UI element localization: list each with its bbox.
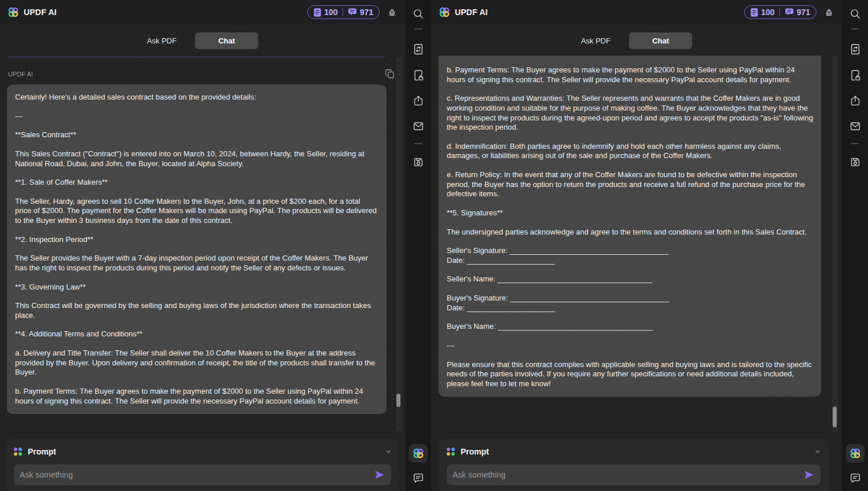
- share-icon[interactable]: [848, 94, 862, 108]
- chevron-down-icon[interactable]: [815, 446, 821, 457]
- email-icon[interactable]: [848, 119, 862, 133]
- ai-panel-left: UPDF AI 100 971: [0, 0, 405, 491]
- search-icon[interactable]: [848, 7, 862, 21]
- tab-ask-pdf[interactable]: Ask PDF: [147, 36, 176, 45]
- message-paragraph: ---: [15, 112, 378, 122]
- question-credit-icon: [348, 8, 357, 16]
- prompt-row[interactable]: Prompt: [447, 446, 821, 457]
- message-paragraph: Seller's Name: _________________________…: [447, 274, 813, 284]
- ai-message-bubble: Certainly! Here's a detailed sales contr…: [7, 85, 387, 414]
- accent-divider: [9, 57, 385, 57]
- message-paragraph: b. Payment Terms: The Buyer agrees to ma…: [15, 387, 378, 406]
- message-paragraph: a. Delivery and Title Transfer: The Sell…: [15, 349, 378, 378]
- search-icon[interactable]: [411, 7, 425, 21]
- ask-input[interactable]: [20, 470, 374, 479]
- ask-input[interactable]: [453, 470, 803, 479]
- credits-divider: [779, 8, 780, 16]
- page-credits: 100: [751, 8, 774, 17]
- page-credit-icon: [751, 8, 758, 17]
- prompt-grid-icon: [447, 448, 455, 456]
- save-icon[interactable]: [411, 155, 425, 169]
- prompt-input-row: [14, 464, 391, 485]
- message-paragraph: **5. Signatures**: [447, 208, 813, 218]
- question-credits-value: 971: [360, 8, 373, 17]
- chevron-down-icon[interactable]: [385, 446, 391, 457]
- scrollbar-thumb[interactable]: [833, 406, 837, 427]
- brush-icon[interactable]: [387, 7, 398, 18]
- tab-chat[interactable]: Chat: [195, 32, 258, 49]
- save-icon[interactable]: [848, 155, 862, 169]
- brand: UPDF AI: [439, 6, 488, 18]
- message-paragraph: The undersigned parties acknowledge and …: [447, 228, 813, 237]
- message-paragraph: The Seller, Hardy, agrees to sell 10 Cof…: [15, 197, 378, 226]
- tab-row: Ask PDF Chat: [431, 24, 842, 57]
- header-right: 100 971: [744, 5, 834, 19]
- prompt-card: Prompt: [6, 439, 399, 491]
- updf-ai-icon[interactable]: [846, 444, 865, 463]
- prompt-grid-icon: [14, 448, 22, 456]
- credits-divider: [343, 8, 343, 16]
- rail-bottom: [842, 444, 868, 485]
- convert-document-icon[interactable]: [411, 42, 425, 56]
- question-credits: 971: [348, 8, 373, 17]
- tab-chat[interactable]: Chat: [629, 32, 692, 49]
- rail-divider: [414, 143, 422, 144]
- email-icon[interactable]: [411, 119, 425, 133]
- secure-document-icon[interactable]: [848, 68, 862, 82]
- copy-response-button[interactable]: [384, 68, 396, 80]
- scrollbar-track[interactable]: [832, 56, 838, 431]
- updf-logo-icon: [439, 6, 450, 18]
- app-title: UPDF AI: [455, 8, 488, 17]
- message-paragraph: This Sales Contract ("Contract") is ente…: [15, 149, 378, 168]
- tab-ask-pdf[interactable]: Ask PDF: [581, 36, 610, 45]
- message-paragraph: Seller's Signature: ____________________…: [447, 246, 813, 265]
- message-paragraph: Please ensure that this contract complie…: [447, 360, 813, 389]
- page-credits-value: 100: [324, 8, 337, 17]
- comment-icon[interactable]: [848, 471, 862, 485]
- secure-document-icon[interactable]: [411, 68, 425, 82]
- message-paragraph: The Seller provides the Buyer with a 7-d…: [15, 254, 378, 273]
- message-paragraph: This Contract will be governed by the se…: [15, 301, 378, 320]
- credits-badge[interactable]: 100 971: [307, 5, 380, 19]
- message-paragraph: **Sales Contract**: [15, 130, 378, 140]
- send-button[interactable]: [374, 469, 385, 481]
- chat-scroll-area[interactable]: b. Payment Terms: The Buyer agrees to ma…: [431, 56, 842, 431]
- sender-row: UPDF AI: [0, 57, 405, 85]
- chat-scroll-area[interactable]: UPDF AI Certainly! Here's a detailed sal…: [0, 57, 405, 431]
- rail-bottom: [405, 444, 431, 485]
- credits-badge[interactable]: 100 971: [744, 5, 816, 19]
- question-credit-icon: [785, 8, 794, 16]
- message-paragraph: **3. Governing Law**: [15, 283, 378, 292]
- prompt-label: Prompt: [461, 447, 489, 456]
- message-paragraph: d. Indemnification: Both parties agree t…: [447, 142, 813, 161]
- scrollbar-track[interactable]: [396, 57, 402, 431]
- prompt-input-row: [447, 464, 821, 485]
- toolbar-rail-right: [842, 0, 868, 491]
- question-credits: 971: [785, 8, 810, 17]
- scrollbar-thumb[interactable]: [396, 394, 400, 407]
- message-paragraph: Buyer's Name: __________________________…: [447, 322, 813, 332]
- toolbar-rail-left: [405, 0, 431, 491]
- ai-panel-right: UPDF AI 100 971: [431, 0, 842, 491]
- updf-app: UPDF AI 100 971: [0, 0, 868, 491]
- comment-icon[interactable]: [411, 471, 425, 485]
- convert-document-icon[interactable]: [848, 42, 862, 56]
- send-button[interactable]: [803, 469, 815, 481]
- updf-ai-icon[interactable]: [409, 444, 428, 463]
- tab-row: Ask PDF Chat: [0, 24, 405, 57]
- page-credits-value: 100: [761, 8, 774, 17]
- message-paragraph: Certainly! Here's a detailed sales contr…: [15, 93, 378, 102]
- prompt-row[interactable]: Prompt: [14, 446, 391, 457]
- rail-divider: [851, 28, 859, 30]
- rail-divider: [851, 143, 859, 144]
- message-paragraph: **1. Sale of Coffer Makers**: [15, 178, 378, 188]
- prompt-label: Prompt: [28, 447, 56, 456]
- page-credits: 100: [314, 8, 337, 17]
- question-credits-value: 971: [797, 8, 810, 17]
- brush-icon[interactable]: [823, 7, 834, 18]
- header-right: 100 971: [307, 5, 398, 19]
- share-icon[interactable]: [411, 94, 425, 108]
- message-paragraph: c. Representations and Warranties: The S…: [447, 94, 813, 133]
- prompt-card: Prompt: [439, 439, 829, 491]
- brand: UPDF AI: [8, 6, 57, 18]
